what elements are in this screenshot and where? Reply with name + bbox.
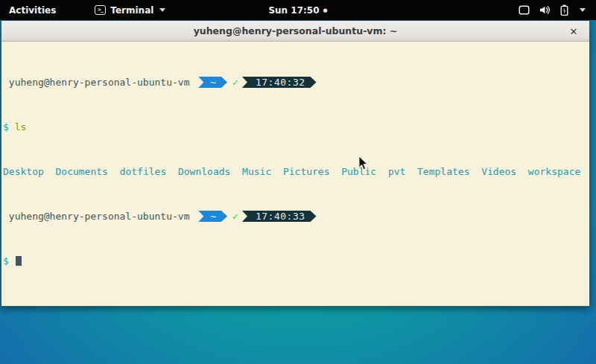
- app-menu-label: Terminal: [110, 5, 153, 16]
- ls-item: Downloads: [178, 166, 230, 177]
- prompt-line-2: yuheng@henry-personal-ubuntu-vm ~ ✓ 17:4…: [3, 211, 589, 222]
- activities-label: Activities: [9, 5, 56, 16]
- ls-item: Videos: [481, 166, 516, 177]
- clock-button[interactable]: Sun 17:50 ●: [268, 0, 327, 20]
- window-titlebar[interactable]: yuheng@henry-personal-ubuntu-vm: ~ ✕: [1, 21, 589, 42]
- command-line: $ ls: [3, 121, 589, 132]
- ls-item: pvt: [388, 166, 405, 177]
- ls-item: Documents: [55, 166, 107, 177]
- volume-icon: [539, 5, 551, 15]
- prompt-dollar: $: [3, 121, 9, 132]
- battery-charging-icon: [560, 4, 568, 16]
- system-menu-chevron-icon: [580, 8, 586, 12]
- input-line[interactable]: $: [3, 255, 589, 266]
- ls-item: Templates: [417, 166, 469, 177]
- chevron-down-icon: [159, 8, 165, 12]
- ls-item: Music: [242, 166, 271, 177]
- close-icon[interactable]: ✕: [565, 21, 582, 42]
- activities-button[interactable]: Activities: [0, 0, 66, 20]
- clock-label: Sun 17:50: [268, 5, 319, 16]
- prompt-time-segment: 17:40:33: [242, 211, 317, 222]
- terminal-content[interactable]: yuheng@henry-personal-ubuntu-vm ~ ✓ 17:4…: [1, 42, 589, 306]
- prompt-user-host: yuheng@henry-personal-ubuntu-vm: [3, 211, 195, 222]
- terminal-window: yuheng@henry-personal-ubuntu-vm: ~ ✕ yuh…: [1, 20, 590, 307]
- mouse-cursor-icon: [358, 156, 369, 173]
- prompt-user-host: yuheng@henry-personal-ubuntu-vm: [3, 77, 195, 88]
- system-status-area[interactable]: [519, 0, 596, 20]
- terminal-cursor: [16, 256, 22, 266]
- ls-output-line: DesktopDocumentsdotfilesDownloadsMusicPi…: [3, 166, 589, 177]
- top-bar: Activities >_ Terminal Sun 17:50 ●: [0, 0, 596, 20]
- terminal-app-icon: >_: [95, 5, 106, 15]
- ls-item: dotfiles: [120, 166, 167, 177]
- prompt-status-check-icon: ✓: [232, 211, 238, 222]
- prompt-line-1: yuheng@henry-personal-ubuntu-vm ~ ✓ 17:4…: [3, 77, 589, 88]
- app-menu-terminal[interactable]: >_ Terminal: [89, 0, 171, 20]
- prompt-status-check-icon: ✓: [232, 77, 238, 88]
- prompt-directory-segment: ~: [198, 211, 227, 222]
- prompt-dollar: $: [3, 255, 9, 266]
- notification-dot-icon: ●: [323, 7, 328, 13]
- prompt-time-segment: 17:40:32: [242, 77, 317, 88]
- display-icon: [519, 5, 530, 15]
- ls-item: workspace: [528, 166, 580, 177]
- command-text: ls: [15, 121, 27, 132]
- prompt-directory-segment: ~: [198, 77, 227, 88]
- ls-item: Pictures: [283, 166, 330, 177]
- window-title: yuheng@henry-personal-ubuntu-vm: ~: [194, 25, 398, 36]
- ls-item: Desktop: [3, 166, 44, 177]
